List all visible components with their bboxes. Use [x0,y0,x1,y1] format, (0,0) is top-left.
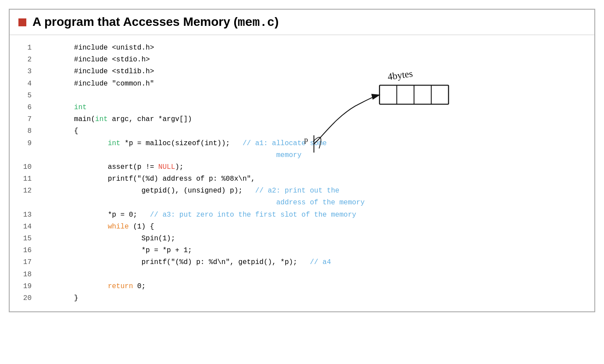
code-line-4: #include "common.h" [40,78,594,90]
code-line-16: *p = *p + 1; [40,245,594,257]
code-line-1: #include <unistd.h> [40,42,594,54]
code-area: 1 2 3 4 5 6 7 8 9 10 11 12 13 14 15 16 1… [10,35,594,311]
code-line-9: int *p = malloc(sizeof(int)); // a1: all… [40,138,594,150]
code-line-13: *p = 0; // a3: put zero into the first s… [40,209,594,221]
line-numbers: 1 2 3 4 5 6 7 8 9 10 11 12 13 14 15 16 1… [10,42,40,304]
code-line-11: printf("(%d) address of p: %08x\n", [40,173,594,185]
code-line-20: } [40,293,594,304]
code-content: #include <unistd.h> #include <stdio.h> #… [40,42,594,304]
code-line-6: int [40,102,594,114]
code-line-9b: memory [40,150,594,161]
slide-container: A program that Accesses Memory (mem.c) 1… [9,9,595,312]
code-line-7: main(int argc, char *argv[]) [40,114,594,125]
slide-header: A program that Accesses Memory (mem.c) [10,10,594,35]
code-line-18 [40,269,594,281]
code-line-17: printf("(%d) p: %d\n", getpid(), *p); //… [40,257,594,268]
code-line-15: Spin(1); [40,233,594,245]
code-line-12b: address of the memory [40,197,594,209]
code-line-12: getpid(), (unsigned) p); // a2: print ou… [40,185,594,197]
code-line-14: while (1) { [40,221,594,233]
code-line-19: return 0; [40,281,594,293]
code-line-5 [40,90,594,102]
code-line-2: #include <stdio.h> [40,54,594,66]
header-icon [18,18,26,26]
code-line-10: assert(p != NULL); [40,161,594,173]
code-line-8: { [40,125,594,137]
page-title: A program that Accesses Memory (mem.c) [32,15,279,29]
code-line-3: #include <stdlib.h> [40,66,594,78]
